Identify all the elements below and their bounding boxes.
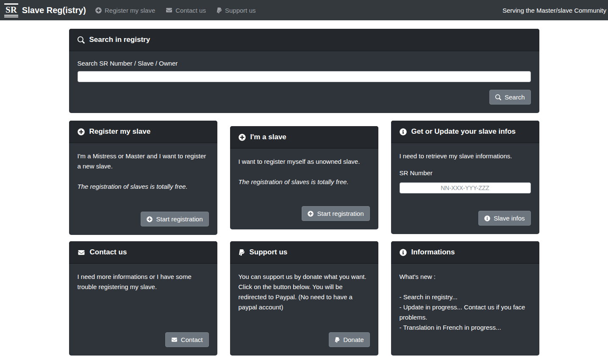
card-title: Support us <box>250 248 288 256</box>
card-body: You can support us by donate what you wa… <box>230 264 378 356</box>
search-panel-title: Search in registry <box>89 36 150 44</box>
envelope-icon <box>166 7 172 13</box>
search-input[interactable] <box>78 71 531 82</box>
search-panel-body: Search SR Number / Slave / Owner Search <box>69 51 539 113</box>
card-register-my-slave: Register my slave I'm a Mistress or Mast… <box>69 121 217 235</box>
card-body: I'm a Mistress or Master and I want to r… <box>69 143 217 235</box>
nav-item-label: Contact us <box>175 7 206 14</box>
card-support-us: Support us You can support us by donate … <box>230 241 378 356</box>
donate-button[interactable]: Donate <box>329 332 369 347</box>
card-body: I need to retrieve my slave informations… <box>391 143 539 234</box>
brand-title[interactable]: Slave Reg(istry) <box>22 6 86 15</box>
nav-links: Register my slave Contact us Support us <box>95 7 255 14</box>
nav-item-label: Register my slave <box>105 7 155 14</box>
button-label: Start registration <box>156 215 203 223</box>
plus-circle-icon <box>147 216 153 222</box>
plus-circle-icon <box>95 7 102 14</box>
button-label: Contact <box>181 336 203 343</box>
nav-item-support-us[interactable]: Support us <box>217 7 256 14</box>
card-text: I need to retrieve my slave informations… <box>400 151 531 161</box>
nav-tagline: Serving the Master/slave Community <box>503 7 606 14</box>
cards-row-1: Register my slave I'm a Mistress or Mast… <box>69 121 539 235</box>
card-body: I need more informations or I have some … <box>69 264 217 356</box>
card-header: Contact us <box>69 241 217 264</box>
paypal-icon <box>335 337 340 343</box>
search-panel: Search in registry Search SR Number / Sl… <box>69 29 539 113</box>
card-title: Register my slave <box>89 127 151 136</box>
search-button-label: Search <box>505 94 525 101</box>
start-registration-button[interactable]: Start registration <box>302 206 369 221</box>
news-item: - Search in registry... <box>400 292 531 302</box>
contact-button[interactable]: Contact <box>165 332 209 347</box>
sr-number-label: SR Number <box>400 168 531 178</box>
card-header: Informations <box>391 241 539 264</box>
card-get-update-slave-infos: Get or Update your slave infos I need to… <box>391 121 539 234</box>
card-text: I need more informations or I have some … <box>78 272 209 292</box>
info-circle-icon <box>400 249 407 256</box>
nav-item-label: Support us <box>225 7 256 14</box>
nav-item-register-my-slave[interactable]: Register my slave <box>95 7 155 14</box>
card-header: Support us <box>230 241 378 264</box>
card-text: I'm a Mistress or Master and I want to r… <box>78 151 209 171</box>
navbar: SR Slave Reg(istry) Register my slave Co… <box>0 0 608 20</box>
info-circle-icon <box>400 128 407 135</box>
card-text: You can support us by donate what you wa… <box>239 272 370 312</box>
card-body: What's new : - Search in registry... - U… <box>391 264 539 356</box>
whats-new-label: What's new : <box>400 272 531 282</box>
button-label: Slave infos <box>494 215 525 222</box>
card-im-a-slave: I'm a slave I want to register myself as… <box>230 126 378 229</box>
info-circle-icon <box>484 215 490 221</box>
card-title: Get or Update your slave infos <box>411 127 516 136</box>
button-label: Donate <box>343 336 364 343</box>
search-icon <box>78 36 85 44</box>
plus-circle-icon <box>239 134 246 141</box>
card-header: I'm a slave <box>230 126 378 149</box>
card-text: I want to register myself as unowned sla… <box>239 157 370 167</box>
cards-row-2: Contact us I need more informations or I… <box>69 241 539 356</box>
search-label: Search SR Number / Slave / Owner <box>78 60 531 67</box>
card-informations: Informations What's new : - Search in re… <box>391 241 539 356</box>
start-registration-button[interactable]: Start registration <box>141 212 208 226</box>
nav-item-contact-us[interactable]: Contact us <box>166 7 206 14</box>
envelope-icon <box>171 337 178 342</box>
card-title: I'm a slave <box>250 133 286 141</box>
app-logo[interactable]: SR <box>4 3 18 17</box>
paypal-icon <box>217 7 222 14</box>
plus-circle-icon <box>308 211 314 217</box>
card-header: Get or Update your slave infos <box>391 121 539 143</box>
sr-number-input[interactable] <box>400 182 531 193</box>
app-logo-text: SR <box>6 5 17 15</box>
search-button[interactable]: Search <box>489 90 531 105</box>
card-title: Informations <box>411 248 455 256</box>
paypal-icon <box>239 249 245 256</box>
card-text-free: The registration of slaves is totally fr… <box>78 182 209 192</box>
search-panel-header: Search in registry <box>69 29 539 51</box>
card-text-free: The registration of slaves is totally fr… <box>239 177 370 187</box>
search-icon <box>495 94 501 100</box>
plus-circle-icon <box>78 128 85 135</box>
card-title: Contact us <box>90 248 127 256</box>
slave-infos-button[interactable]: Slave infos <box>478 211 530 226</box>
card-header: Register my slave <box>69 121 217 143</box>
card-contact-us: Contact us I need more informations or I… <box>69 241 217 356</box>
news-item: - Update in progress... Contact us if yo… <box>400 302 531 323</box>
card-body: I want to register myself as unowned sla… <box>230 149 378 229</box>
envelope-icon <box>78 249 85 256</box>
news-item: - Translation in French in progress... <box>400 323 531 333</box>
main-content: Search in registry Search SR Number / Sl… <box>69 29 539 356</box>
button-label: Start registration <box>317 210 364 217</box>
